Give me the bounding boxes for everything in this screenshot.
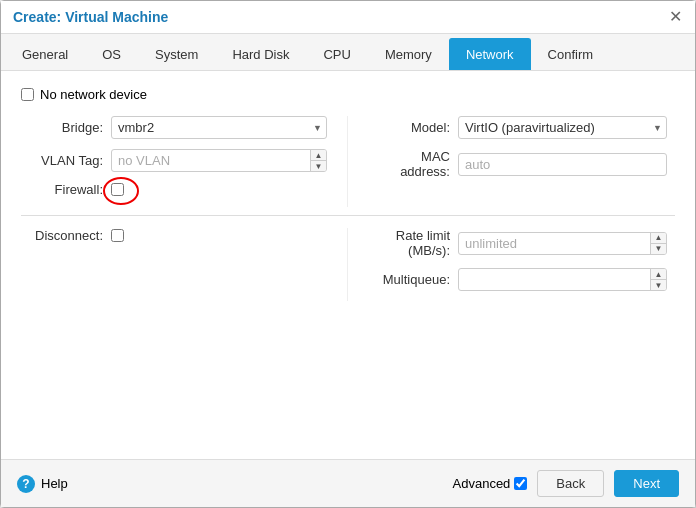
next-button[interactable]: Next: [614, 470, 679, 497]
multiqueue-spinner: ▲ ▼: [458, 268, 667, 291]
footer-right: Advanced Back Next: [453, 470, 679, 497]
tab-cpu[interactable]: CPU: [306, 38, 367, 70]
no-network-row: No network device: [21, 87, 675, 102]
bridge-row: Bridge: vmbr2: [21, 116, 327, 139]
rate-input[interactable]: [458, 232, 667, 255]
vlan-input[interactable]: [111, 149, 327, 172]
rate-spinner-btns: ▲ ▼: [650, 233, 666, 254]
disconnect-col: Disconnect:: [21, 228, 348, 301]
tab-os[interactable]: OS: [85, 38, 138, 70]
main-form: Bridge: vmbr2 VLAN Tag: ▲ ▼: [21, 116, 675, 207]
footer: ? Help Advanced Back Next: [1, 459, 695, 507]
bridge-label: Bridge:: [21, 120, 111, 135]
advanced-check-row: Advanced: [453, 476, 528, 491]
firewall-checkbox-wrapper: [111, 183, 124, 196]
tab-general[interactable]: General: [5, 38, 85, 70]
rate-row: Rate limit (MB/s): ▲ ▼: [368, 228, 667, 258]
bridge-select-wrapper: vmbr2: [111, 116, 327, 139]
bottom-form: Disconnect: Rate limit (MB/s): ▲ ▼: [21, 228, 675, 301]
help-icon: ?: [17, 475, 35, 493]
rate-label: Rate limit (MB/s):: [368, 228, 458, 258]
disconnect-checkbox[interactable]: [111, 229, 124, 242]
model-select-wrapper: VirtIO (paravirtualized): [458, 116, 667, 139]
multiqueue-label: Multiqueue:: [368, 272, 458, 287]
footer-left: ? Help: [17, 475, 68, 493]
section-divider: [21, 215, 675, 216]
create-vm-dialog: Create: Virtual Machine ✕ General OS Sys…: [0, 0, 696, 508]
multiqueue-down-btn[interactable]: ▼: [651, 280, 666, 290]
mac-row: MAC address:: [368, 149, 667, 179]
left-column: Bridge: vmbr2 VLAN Tag: ▲ ▼: [21, 116, 348, 207]
tab-system[interactable]: System: [138, 38, 215, 70]
advanced-label: Advanced: [453, 476, 511, 491]
vlan-row: VLAN Tag: ▲ ▼: [21, 149, 327, 172]
multiqueue-input[interactable]: [458, 268, 667, 291]
help-label: Help: [41, 476, 68, 491]
vlan-up-btn[interactable]: ▲: [311, 150, 326, 161]
tab-network[interactable]: Network: [449, 38, 531, 70]
no-network-label: No network device: [40, 87, 147, 102]
multiqueue-row: Multiqueue: ▲ ▼: [368, 268, 667, 291]
dialog-title: Create: Virtual Machine: [13, 9, 168, 25]
advanced-checkbox[interactable]: [514, 477, 527, 490]
mac-label: MAC address:: [368, 149, 458, 179]
close-button[interactable]: ✕: [667, 9, 683, 25]
tab-bar: General OS System Hard Disk CPU Memory N…: [1, 34, 695, 71]
vlan-spinner: ▲ ▼: [111, 149, 327, 172]
multiqueue-spinner-btns: ▲ ▼: [650, 269, 666, 290]
back-button[interactable]: Back: [537, 470, 604, 497]
vlan-down-btn[interactable]: ▼: [311, 161, 326, 171]
firewall-checkbox[interactable]: [111, 183, 124, 196]
right-column: Model: VirtIO (paravirtualized) MAC addr…: [348, 116, 675, 207]
rate-up-btn[interactable]: ▲: [651, 233, 666, 244]
tab-harddisk[interactable]: Hard Disk: [215, 38, 306, 70]
firewall-label: Firewall:: [21, 182, 111, 197]
rate-down-btn[interactable]: ▼: [651, 244, 666, 254]
disconnect-label: Disconnect:: [21, 228, 111, 243]
vlan-label: VLAN Tag:: [21, 153, 111, 168]
model-select[interactable]: VirtIO (paravirtualized): [458, 116, 667, 139]
rate-col: Rate limit (MB/s): ▲ ▼ Multiqueue:: [348, 228, 675, 301]
tab-memory[interactable]: Memory: [368, 38, 449, 70]
title-bar: Create: Virtual Machine ✕: [1, 1, 695, 34]
model-label: Model:: [368, 120, 458, 135]
tab-confirm[interactable]: Confirm: [531, 38, 611, 70]
rate-spinner: ▲ ▼: [458, 232, 667, 255]
vlan-spinner-btns: ▲ ▼: [310, 150, 326, 171]
no-network-checkbox[interactable]: [21, 88, 34, 101]
disconnect-row: Disconnect:: [21, 228, 327, 243]
multiqueue-up-btn[interactable]: ▲: [651, 269, 666, 280]
mac-input[interactable]: [458, 153, 667, 176]
model-row: Model: VirtIO (paravirtualized): [368, 116, 667, 139]
bridge-select[interactable]: vmbr2: [111, 116, 327, 139]
content-area: No network device Bridge: vmbr2 VLAN Tag…: [1, 71, 695, 459]
firewall-row: Firewall:: [21, 182, 327, 197]
